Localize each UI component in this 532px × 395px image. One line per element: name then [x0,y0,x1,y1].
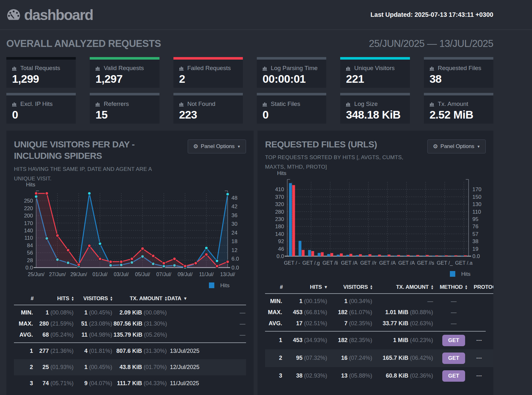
column-header-method[interactable]: METHOD▲▼ [434,284,474,290]
data-point-hits [88,192,91,195]
bar-chart-icon [346,66,351,71]
cell-protocol: --- [474,355,493,361]
y2-axis-tick: 110 [472,209,481,215]
stat-card-label: Log Size [354,100,378,107]
legend-label: Hits [220,282,230,288]
y2-axis-tick: 95 [472,216,478,222]
stat-card-label: Tx. Amount [438,100,468,107]
table-header-row: #HITS▼VISITORS▲▼TX. AMOUNT▲▼METHOD▲▼PROT… [265,284,493,294]
cell-visitors: 7 (02.35%) [328,320,373,327]
bar-hits [413,256,416,256]
bar-visitors [311,251,314,256]
panel-options-label: Panel Options [440,143,474,150]
column-header-protocol[interactable]: PROTOCOL [474,284,493,290]
column-label: # [280,284,283,290]
sort-icon: ▲▼ [164,296,167,301]
stat-card-log-parsing-time: Log Parsing Time00:00:01 [257,57,326,88]
cell-visitors: 9 (04.07%) [74,380,113,387]
column-label: # [31,295,34,302]
cell-data: — [167,309,246,316]
stat-card-unique-visitors: Unique Visitors221 [340,57,410,88]
x-axis-tick: GET /.a [455,260,473,266]
cell-method: GET [434,353,474,364]
cell-visitors: 182 (61.07%) [328,309,373,316]
table-row: 225 (01.93%)1 (00.45%)43.8 KiB (01.70%)1… [14,359,246,375]
column-header-col[interactable]: # [265,284,283,290]
column-header-hits[interactable]: HITS▼ [283,284,328,290]
stat-card-label: Log Parsing Time [271,65,318,72]
column-header-tx-amount[interactable]: TX. AMOUNT▲▼ [113,295,167,302]
caret-down-icon: ▼ [477,145,480,148]
panel-options-button[interactable]: ⚙ Panel Options ▼ [188,139,246,153]
visitors-line-chart: 0.02856841101401702002202500.06.01218243… [14,185,246,290]
column-label: PROTOCOL [474,284,493,290]
legend-swatch [209,282,214,288]
y2-axis-tick: 30 [231,221,237,227]
column-header-visitors[interactable]: VISITORS▲▼ [74,295,113,302]
sort-icon: ▲▼ [464,285,468,290]
method-badge: GET [442,370,465,382]
row-label: MIN. [14,309,34,316]
column-label: DATA [167,295,181,302]
cell-visitors: 4 (01.81%) [74,348,113,354]
bar-hits [346,255,349,256]
cell-tx-amount: 1 MiB (40.23%) [373,337,434,344]
sort-icon: ▲▼ [110,296,113,301]
card-accent-bar [424,57,493,60]
stat-card-label: Total Requests [20,65,60,72]
stat-card-value: 2 [179,73,237,85]
y-axis-title: Hits [277,170,286,176]
panel-subtitle: HITS HAVING THE SAME IP, DATE AND AGENT … [14,165,169,184]
card-accent-bar [257,57,326,60]
column-label: METHOD [440,284,463,290]
bar-visitors [407,255,410,256]
card-accent-bar [6,93,76,95]
bar-visitors [397,255,400,256]
column-header-data[interactable]: DATA▼ [167,295,246,302]
stat-card-total-requests: Total Requests1,299 [6,57,76,88]
y-axis-tick: 230 [275,216,284,222]
y2-axis-tick: 48 [231,195,237,201]
column-header-col[interactable]: # [14,295,34,302]
x-axis-tick: GET /.g [302,260,320,266]
data-point-visitors [56,234,59,237]
card-accent-bar [90,57,159,60]
bar-visitors [378,255,381,256]
legend-label: Hits [461,271,470,277]
column-header-hits[interactable]: HITS▲▼ [34,295,74,302]
bar-chart-icon [179,102,185,107]
bar-hits [451,256,454,256]
stat-card-value: 00:00:01 [263,73,321,85]
cell-tx-amount: 2.09 KiB (00.08%) [113,309,167,316]
caret-down-icon: ▼ [237,145,241,148]
x-axis-tick: 11/Jul/ [199,272,214,277]
cell-tx-amount: 111.7 KiB (04.33%) [113,380,167,387]
cell-method: GET [434,335,474,346]
y2-axis-tick: 36 [231,212,237,218]
x-axis-tick: GET /A [398,260,415,266]
data-point-visitors [67,249,70,252]
goaccess-dashboard: dashboard Last Updated: 2025-07-13 17:43… [0,0,532,395]
row-label: AVG. [265,320,283,327]
column-header-tx-amount[interactable]: TX. AMOUNT▲▼ [373,284,434,290]
stat-card-value: 221 [346,73,404,85]
row-label: MIN. [265,298,283,305]
row-label: 1 [265,337,283,344]
bar-hits [461,256,464,256]
method-badge: GET [442,353,465,364]
gear-icon: ⚙ [193,144,198,149]
column-label: TX. AMOUNT [396,284,429,290]
panel-options-button[interactable]: ⚙ Panel Options ▼ [427,139,486,153]
stat-card-value: 15 [95,108,153,121]
y2-axis-tick: 12 [231,247,237,253]
cell-tx-amount: 807.56 KiB (31.30%) [113,321,167,327]
stat-cards: Total Requests1,299Valid Requests1,297Fa… [6,57,493,124]
y2-axis-tick: 170 [472,186,481,192]
overview-header: OVERALL ANALYZED REQUESTS 25/JUN/2025 — … [6,38,493,49]
stat-card-value: 0 [12,108,70,121]
data-point-visitors [205,253,208,256]
stat-card-value: 223 [179,108,237,121]
cell-hits: 277 (21.36%) [34,348,74,354]
column-header-visitors[interactable]: VISITORS▲▼ [328,284,373,290]
logo-text: dashboard [24,6,93,23]
